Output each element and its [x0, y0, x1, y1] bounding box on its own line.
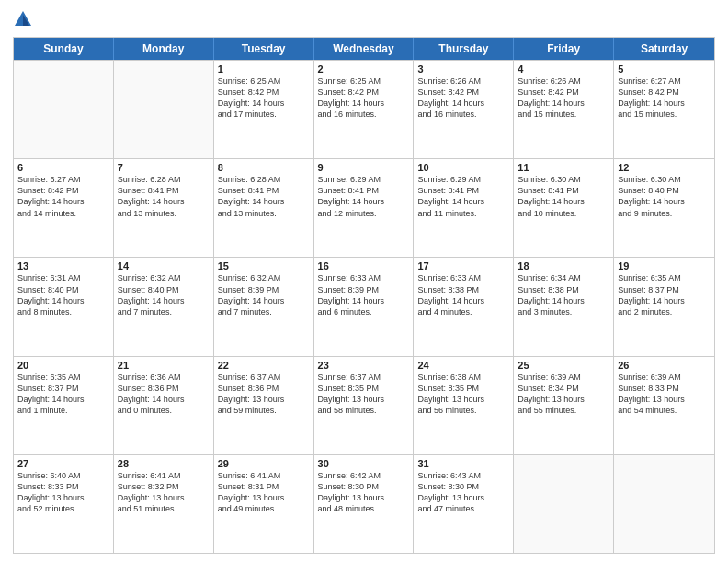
day-number: 9: [318, 162, 410, 173]
header-day-tuesday: Tuesday: [214, 38, 314, 60]
day-cell-9: 9Sunrise: 6:29 AMSunset: 8:41 PMDaylight…: [314, 159, 415, 257]
cell-line: Daylight: 14 hours: [17, 394, 109, 405]
cell-line: Sunset: 8:42 PM: [618, 86, 711, 98]
day-number: 3: [417, 63, 509, 75]
day-cell-17: 17Sunrise: 6:33 AMSunset: 8:38 PMDayligh…: [414, 258, 514, 355]
cell-line: Sunset: 8:30 PM: [417, 481, 509, 492]
day-number: 23: [318, 360, 410, 371]
day-number: 8: [218, 162, 310, 173]
calendar-row-0: 1Sunrise: 6:25 AMSunset: 8:42 PMDaylight…: [14, 60, 714, 158]
day-cell-31: 31Sunrise: 6:43 AMSunset: 8:30 PMDayligh…: [414, 455, 514, 553]
cell-line: Sunrise: 6:29 AM: [417, 174, 509, 185]
cell-line: and 58 minutes.: [318, 405, 410, 416]
calendar: SundayMondayTuesdayWednesdayThursdayFrid…: [13, 37, 715, 554]
cell-line: Daylight: 13 hours: [218, 492, 310, 503]
day-number: 2: [318, 63, 410, 75]
day-number: 25: [518, 360, 609, 371]
day-cell-13: 13Sunrise: 6:31 AMSunset: 8:40 PMDayligh…: [14, 258, 114, 355]
calendar-body: 1Sunrise: 6:25 AMSunset: 8:42 PMDaylight…: [14, 60, 714, 553]
cell-line: Daylight: 14 hours: [218, 98, 310, 109]
day-cell-18: 18Sunrise: 6:34 AMSunset: 8:38 PMDayligh…: [514, 258, 614, 355]
day-cell-empty-0-1: [114, 61, 214, 158]
cell-line: Daylight: 14 hours: [518, 295, 609, 306]
day-cell-16: 16Sunrise: 6:33 AMSunset: 8:39 PMDayligh…: [314, 258, 415, 355]
logo: [13, 9, 37, 29]
cell-line: Daylight: 14 hours: [118, 394, 210, 405]
cell-line: Daylight: 13 hours: [417, 492, 509, 503]
cell-line: Sunset: 8:42 PM: [417, 86, 509, 98]
cell-line: Sunset: 8:41 PM: [417, 185, 509, 196]
day-cell-28: 28Sunrise: 6:41 AMSunset: 8:32 PMDayligh…: [114, 455, 214, 553]
cell-line: and 15 minutes.: [618, 109, 711, 120]
cell-line: Sunrise: 6:41 AM: [118, 470, 210, 481]
cell-line: Sunrise: 6:25 AM: [318, 75, 410, 86]
svg-marker-1: [23, 15, 29, 26]
cell-line: Daylight: 14 hours: [518, 98, 609, 109]
cell-line: Sunset: 8:42 PM: [218, 86, 310, 98]
day-cell-30: 30Sunrise: 6:42 AMSunset: 8:30 PMDayligh…: [314, 455, 415, 553]
day-cell-27: 27Sunrise: 6:40 AMSunset: 8:33 PMDayligh…: [14, 455, 114, 553]
cell-line: Sunrise: 6:39 AM: [618, 372, 711, 383]
day-number: 13: [17, 260, 109, 271]
cell-line: and 2 minutes.: [618, 306, 711, 317]
logo-icon: [13, 9, 33, 29]
cell-line: Daylight: 14 hours: [118, 196, 210, 207]
cell-line: and 0 minutes.: [118, 405, 210, 416]
day-number: 16: [318, 260, 410, 271]
cell-line: Sunrise: 6:40 AM: [17, 470, 109, 481]
cell-line: and 12 minutes.: [318, 208, 410, 219]
cell-line: Daylight: 14 hours: [417, 196, 509, 207]
day-number: 21: [118, 360, 210, 371]
cell-line: and 54 minutes.: [618, 405, 711, 416]
day-cell-1: 1Sunrise: 6:25 AMSunset: 8:42 PMDaylight…: [214, 61, 314, 158]
cell-line: Daylight: 13 hours: [318, 492, 410, 503]
day-number: 31: [417, 458, 509, 469]
cell-line: Sunrise: 6:33 AM: [318, 272, 410, 283]
day-cell-8: 8Sunrise: 6:28 AMSunset: 8:41 PMDaylight…: [214, 159, 314, 257]
cell-line: Sunset: 8:36 PM: [118, 383, 210, 394]
calendar-row-4: 27Sunrise: 6:40 AMSunset: 8:33 PMDayligh…: [14, 454, 714, 553]
day-cell-7: 7Sunrise: 6:28 AMSunset: 8:41 PMDaylight…: [114, 159, 214, 257]
cell-line: Sunset: 8:35 PM: [417, 383, 509, 394]
cell-line: and 13 minutes.: [218, 208, 310, 219]
day-number: 1: [218, 63, 310, 75]
day-number: 22: [218, 360, 310, 371]
cell-line: Sunset: 8:41 PM: [518, 185, 609, 196]
day-cell-15: 15Sunrise: 6:32 AMSunset: 8:39 PMDayligh…: [214, 258, 314, 355]
cell-line: Sunrise: 6:35 AM: [17, 372, 109, 383]
cell-line: Daylight: 14 hours: [417, 98, 509, 109]
cell-line: Daylight: 13 hours: [518, 394, 609, 405]
cell-line: Sunrise: 6:30 AM: [618, 174, 711, 185]
cell-line: Daylight: 14 hours: [118, 295, 210, 306]
day-number: 5: [618, 63, 711, 75]
cell-line: Daylight: 13 hours: [118, 492, 210, 503]
cell-line: and 11 minutes.: [417, 208, 509, 219]
cell-line: and 59 minutes.: [218, 405, 310, 416]
day-number: 17: [417, 260, 509, 271]
cell-line: and 48 minutes.: [318, 503, 410, 514]
cell-line: and 7 minutes.: [218, 306, 310, 317]
cell-line: and 6 minutes.: [318, 306, 410, 317]
cell-line: Daylight: 14 hours: [618, 98, 711, 109]
cell-line: Sunrise: 6:29 AM: [318, 174, 410, 185]
cell-line: and 56 minutes.: [417, 405, 509, 416]
day-number: 4: [518, 63, 609, 75]
day-number: 10: [417, 162, 509, 173]
cell-line: Sunrise: 6:26 AM: [518, 75, 609, 86]
cell-line: Sunrise: 6:31 AM: [17, 272, 109, 283]
cell-line: Sunrise: 6:38 AM: [417, 372, 509, 383]
day-cell-4: 4Sunrise: 6:26 AMSunset: 8:42 PMDaylight…: [514, 61, 614, 158]
cell-line: Daylight: 14 hours: [618, 295, 711, 306]
header-day-thursday: Thursday: [414, 38, 514, 60]
cell-line: Daylight: 14 hours: [17, 295, 109, 306]
header-day-wednesday: Wednesday: [314, 38, 415, 60]
cell-line: Daylight: 13 hours: [618, 394, 711, 405]
day-cell-22: 22Sunrise: 6:37 AMSunset: 8:36 PMDayligh…: [214, 357, 314, 454]
cell-line: Sunset: 8:39 PM: [318, 284, 410, 295]
cell-line: Sunrise: 6:37 AM: [318, 372, 410, 383]
cell-line: and 13 minutes.: [118, 208, 210, 219]
day-cell-2: 2Sunrise: 6:25 AMSunset: 8:42 PMDaylight…: [314, 61, 415, 158]
day-number: 7: [118, 162, 210, 173]
cell-line: Daylight: 14 hours: [17, 196, 109, 207]
calendar-header: SundayMondayTuesdayWednesdayThursdayFrid…: [14, 38, 714, 60]
